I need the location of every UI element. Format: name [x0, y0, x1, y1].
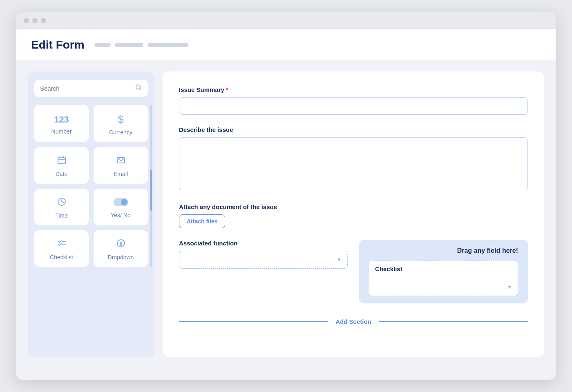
describe-section: Describe the issue [179, 126, 528, 192]
search-input[interactable] [40, 85, 132, 92]
checklist-dropdown-icon: ▼ [507, 284, 512, 290]
svg-rect-2 [58, 157, 65, 164]
assoc-dropdown-icon: ▼ [337, 257, 342, 263]
field-card-dropdown[interactable]: Dropdown [94, 230, 148, 267]
header-tab-2[interactable] [115, 43, 143, 47]
field-grid: 123 Number $ Currency [34, 105, 148, 267]
svg-line-9 [62, 202, 63, 203]
required-star: * [226, 86, 228, 93]
page-title: Edit Form [31, 38, 85, 51]
search-box [34, 80, 148, 97]
checklist-header: Checklist [375, 261, 512, 276]
svg-point-11 [121, 199, 127, 205]
assoc-function-section: Associated function ▼ [179, 240, 348, 303]
email-icon [116, 155, 126, 167]
svg-point-15 [120, 242, 122, 245]
app-window: Edit Form 123 [16, 12, 556, 380]
form-area: Issue Summary * Describe the issue Attac… [163, 71, 544, 357]
header-tab-1[interactable] [94, 43, 111, 47]
attach-files-button[interactable]: Attach files [179, 214, 225, 228]
add-section-line-left [179, 321, 328, 322]
field-card-time[interactable]: Time [34, 189, 89, 225]
assoc-function-label: Associated function [179, 240, 348, 247]
currency-label: Currency [109, 129, 132, 136]
dropdown-label: Dropdown [108, 254, 134, 261]
window-dot-red[interactable] [24, 18, 29, 23]
yesno-label: Yes/ No [111, 212, 131, 218]
email-label: Email [114, 171, 128, 177]
drag-hint-label: Drag any field here! [369, 247, 518, 254]
date-label: Date [56, 171, 68, 177]
number-label: Number [51, 128, 72, 135]
currency-icon: $ [118, 113, 123, 126]
field-card-number[interactable]: 123 Number [34, 105, 89, 142]
add-section-button[interactable]: Add Section [335, 318, 371, 325]
describe-label: Describe the issue [179, 126, 528, 133]
checklist-icon [57, 238, 67, 251]
describe-textarea[interactable] [179, 137, 528, 190]
titlebar [16, 12, 556, 29]
scrollbar[interactable] [150, 105, 152, 267]
search-icon [135, 84, 142, 93]
content-area: 123 Number $ Currency [16, 60, 556, 369]
field-card-currency[interactable]: $ Currency [94, 105, 148, 142]
issue-summary-label: Issue Summary * [179, 86, 528, 93]
yesno-icon [114, 197, 128, 209]
attach-label: Attach any document of the issue [179, 203, 528, 210]
checklist-label: Checklist [50, 254, 73, 261]
scrollbar-thumb [150, 170, 152, 211]
field-card-yesno[interactable]: Yes/ No [94, 189, 148, 225]
drag-hint-box: Drag any field here! Checklist ▼ [359, 240, 528, 303]
date-icon [57, 155, 67, 167]
add-section-line-right [379, 321, 528, 322]
svg-line-1 [140, 89, 141, 90]
sidebar: 123 Number $ Currency [28, 71, 154, 357]
header-tab-3[interactable] [147, 43, 188, 47]
add-section-row: Add Section [179, 318, 528, 325]
assoc-function-select[interactable]: ▼ [179, 251, 348, 269]
window-dot-yellow[interactable] [32, 18, 38, 23]
field-card-checklist[interactable]: Checklist [34, 230, 89, 267]
checklist-select[interactable]: ▼ [375, 280, 512, 296]
attach-section: Attach any document of the issue Attach … [179, 203, 528, 228]
field-card-email[interactable]: Email [94, 147, 148, 184]
checklist-inner: Checklist ▼ [369, 260, 518, 296]
two-col-section: Associated function ▼ Drag any field her… [179, 240, 528, 303]
time-icon [57, 197, 67, 209]
issue-summary-input[interactable] [179, 97, 528, 115]
issue-summary-section: Issue Summary * [179, 86, 528, 115]
field-card-date[interactable]: Date [34, 147, 89, 184]
header-tabs [94, 43, 188, 47]
time-label: Time [55, 212, 68, 219]
number-icon: 123 [54, 114, 69, 125]
window-dot-green[interactable] [41, 18, 46, 23]
header: Edit Form [16, 29, 556, 60]
dropdown-icon [116, 238, 126, 251]
